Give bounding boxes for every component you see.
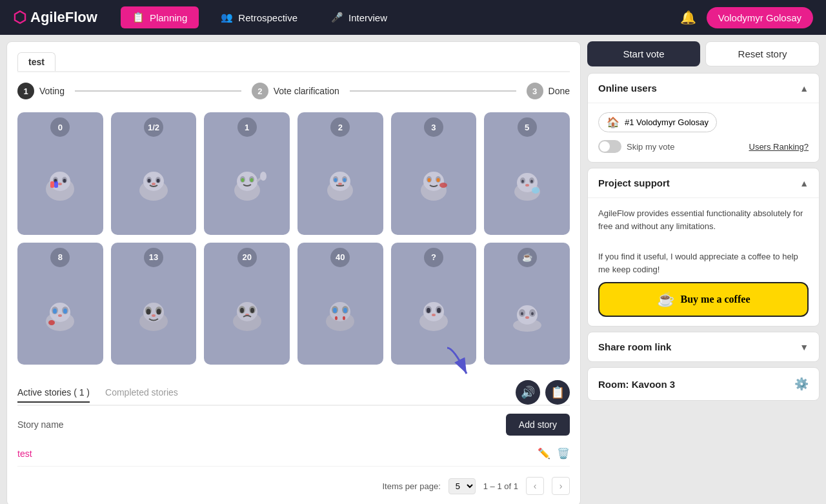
skip-vote-toggle[interactable] (598, 140, 621, 153)
svg-point-30 (338, 183, 342, 185)
svg-point-72 (333, 308, 337, 313)
action-buttons: Start vote Reset story (587, 41, 820, 66)
next-page-button[interactable]: › (552, 477, 570, 495)
active-stories-tab[interactable]: Active stories ( 1 ) (17, 383, 90, 403)
skip-vote-toggle-wrap: Skip my vote (598, 140, 674, 153)
house-icon: 🏠 (607, 116, 620, 128)
story-tab-actions: 🔊 📋 (516, 380, 570, 405)
card-img-half (123, 139, 185, 230)
svg-point-53 (48, 320, 55, 325)
svg-point-87 (521, 312, 523, 316)
logo-text: AgileFlow (30, 9, 97, 26)
svg-point-74 (335, 316, 337, 320)
room-card: Room: Kavoon 3 ⚙️ (587, 367, 820, 401)
card-13[interactable]: 13 (111, 243, 197, 365)
delete-story-button[interactable]: 🗑️ (557, 447, 570, 459)
card-badge-half: 1/2 (144, 117, 163, 137)
start-vote-button[interactable]: Start vote (587, 41, 700, 66)
planning-icon: 📋 (132, 12, 145, 23)
online-users-title: Online users (598, 83, 657, 94)
svg-point-23 (260, 172, 267, 181)
step-1-circle: 1 (17, 83, 34, 99)
svg-point-65 (240, 308, 244, 313)
step-1: 1 Voting (17, 83, 65, 99)
svg-point-42 (521, 179, 524, 183)
project-support-body: AgileFlow provides essential functionali… (588, 198, 819, 326)
planning-nav-button[interactable]: 📋 Planning (121, 6, 199, 28)
svg-point-80 (427, 308, 430, 313)
svg-point-13 (147, 179, 150, 183)
card-badge-13: 13 (144, 248, 163, 267)
arrow-indicator (434, 341, 512, 390)
card-0[interactable]: 0 (17, 112, 103, 235)
header: ⬡ AgileFlow 📋 Planning 👥 Retrospective 🎤… (0, 0, 826, 35)
retrospective-nav-button[interactable]: 👥 Retrospective (209, 6, 309, 28)
copy-button[interactable]: 📋 (545, 380, 570, 405)
tab-bar: test (17, 52, 570, 72)
card-img-8 (29, 270, 92, 360)
card-20[interactable]: 20 (204, 243, 290, 365)
sound-button[interactable]: 🔊 (516, 380, 540, 405)
pagination-range: 1 – 1 of 1 (483, 481, 518, 491)
user-menu-button[interactable]: Volodymyr Golosay (707, 7, 813, 28)
stories-header: Story name Add story (17, 414, 570, 436)
card-badge-3: 3 (424, 117, 443, 137)
online-users-chevron[interactable]: ▲ (800, 83, 809, 94)
card-5[interactable]: 5 (484, 112, 570, 235)
room-row: Room: Kavoon 3 ⚙️ (588, 368, 819, 400)
notifications-button[interactable]: 🔔 (680, 10, 696, 25)
svg-point-35 (427, 178, 430, 182)
svg-point-6 (58, 183, 62, 185)
completed-stories-tab[interactable]: Completed stories (105, 383, 178, 403)
card-img-13 (123, 270, 185, 360)
svg-point-43 (530, 179, 533, 183)
card-badge-40: 40 (330, 248, 350, 267)
settings-icon[interactable]: ⚙️ (794, 377, 809, 391)
svg-point-52 (58, 314, 62, 317)
online-users-body: 🏠 #1 Volodymyr Golosay Skip my vote User… (588, 103, 819, 162)
card-40[interactable]: 40 (297, 243, 383, 365)
project-support-chevron[interactable]: ▲ (800, 178, 809, 188)
main-container: test 1 Voting 2 Vote clarification 3 Don… (0, 35, 826, 504)
share-room-title: Share room link (598, 341, 671, 352)
per-page-select[interactable]: 5 (448, 478, 476, 494)
card-half[interactable]: 1/2 (111, 112, 197, 235)
retrospective-icon: 👥 (221, 12, 233, 23)
items-per-page-label: Items per page: (382, 481, 440, 491)
card-2[interactable]: 2 (297, 112, 383, 235)
reset-story-button[interactable]: Reset story (705, 41, 820, 66)
svg-point-75 (343, 316, 345, 320)
svg-point-58 (146, 309, 150, 315)
svg-point-21 (250, 178, 253, 182)
card-badge-2: 2 (330, 117, 350, 137)
add-story-button[interactable]: Add story (506, 414, 570, 436)
card-badge-5: 5 (518, 117, 537, 137)
svg-point-28 (334, 178, 337, 182)
users-ranking-link[interactable]: Users Ranking? (749, 142, 809, 152)
card-img-20 (216, 270, 278, 360)
svg-point-45 (532, 187, 539, 194)
card-8[interactable]: 8 (17, 243, 103, 365)
interview-nav-button[interactable]: 🎤 Interview (319, 6, 399, 28)
online-users-header: Online users ▲ (588, 74, 819, 103)
current-tab[interactable]: test (17, 52, 55, 71)
svg-point-14 (156, 179, 159, 183)
user-chip-label: #1 Volodymyr Golosay (625, 117, 709, 127)
header-right: 🔔 Volodymyr Golosay (680, 7, 813, 28)
svg-point-20 (241, 178, 244, 182)
card-3[interactable]: 3 (391, 112, 477, 235)
share-room-chevron[interactable]: ▼ (800, 342, 809, 352)
edit-story-button[interactable]: ✏️ (538, 447, 550, 459)
card-badge-question: ? (424, 248, 443, 267)
prev-page-button[interactable]: ‹ (526, 477, 544, 495)
step-line-2 (350, 90, 516, 92)
step-3: 3 Done (527, 83, 570, 99)
step-3-circle: 3 (527, 83, 543, 99)
card-1[interactable]: 1 (204, 112, 290, 235)
svg-point-29 (343, 178, 347, 182)
svg-rect-8 (54, 181, 58, 188)
svg-point-50 (53, 308, 57, 314)
card-badge-coffee: ☕ (518, 248, 537, 267)
step-2-circle: 2 (252, 83, 268, 99)
buy-coffee-button[interactable]: ☕ Buy me a coffee (598, 282, 809, 317)
